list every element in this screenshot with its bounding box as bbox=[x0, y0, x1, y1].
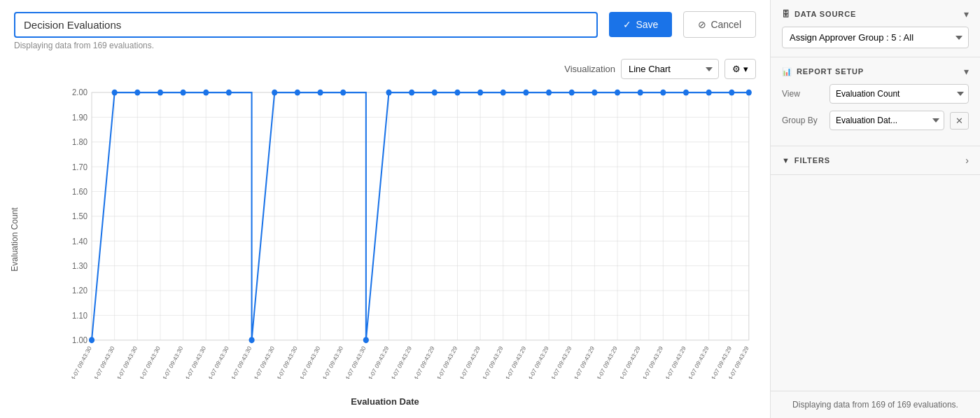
svg-point-59 bbox=[226, 90, 232, 96]
chevron-down-icon: ▾ bbox=[743, 64, 748, 74]
line-chart: 2.00 1.90 1.80 1.70 1.60 1.50 1.40 1.30 … bbox=[56, 85, 756, 379]
svg-point-57 bbox=[181, 90, 186, 96]
svg-point-80 bbox=[706, 90, 712, 96]
svg-text:1.80: 1.80 bbox=[72, 137, 88, 147]
svg-point-60 bbox=[249, 337, 255, 343]
svg-text:1.70: 1.70 bbox=[72, 162, 88, 172]
y-axis-label: Evaluation Count bbox=[10, 207, 20, 271]
group-by-select[interactable]: Evaluation Dat... bbox=[830, 111, 944, 130]
svg-point-55 bbox=[134, 90, 140, 96]
svg-point-61 bbox=[272, 90, 277, 96]
svg-point-53 bbox=[89, 337, 94, 343]
svg-point-66 bbox=[386, 90, 391, 96]
cancel-icon: ⊘ bbox=[698, 19, 706, 30]
svg-point-77 bbox=[638, 90, 643, 96]
svg-point-79 bbox=[683, 90, 689, 96]
svg-text:1.00: 1.00 bbox=[72, 335, 88, 345]
svg-point-81 bbox=[729, 90, 734, 96]
svg-point-62 bbox=[295, 90, 300, 96]
svg-point-71 bbox=[500, 90, 506, 96]
filters-arrow-icon: › bbox=[965, 155, 969, 166]
right-panel: 🗄 DATA SOURCE ▾ Assign Approver Group : … bbox=[770, 0, 980, 418]
bar-chart-icon: 📊 bbox=[782, 67, 792, 76]
filter-icon: ▼ bbox=[782, 156, 790, 165]
svg-text:1.20: 1.20 bbox=[72, 286, 88, 295]
svg-point-54 bbox=[112, 90, 118, 96]
svg-point-76 bbox=[615, 90, 620, 96]
svg-point-65 bbox=[363, 337, 369, 343]
visualization-label: Visualization bbox=[564, 64, 615, 74]
report-setup-chevron-icon: ▾ bbox=[964, 66, 969, 77]
view-select[interactable]: Evaluation Count bbox=[830, 84, 969, 104]
group-by-clear-button[interactable]: ✕ bbox=[950, 112, 969, 130]
svg-point-64 bbox=[340, 90, 346, 96]
report-setup-section: 📊 REPORT SETUP ▾ View Evaluation Count G… bbox=[771, 57, 980, 146]
svg-point-63 bbox=[317, 90, 323, 96]
svg-point-58 bbox=[203, 90, 209, 96]
database-icon: 🗄 bbox=[782, 10, 790, 18]
svg-point-82 bbox=[746, 90, 752, 96]
svg-text:1.10: 1.10 bbox=[72, 310, 88, 320]
svg-point-74 bbox=[569, 90, 575, 96]
gear-icon: ⚙ bbox=[732, 64, 741, 74]
data-source-chevron-icon: ▾ bbox=[964, 8, 969, 20]
right-panel-footer: Displaying data from 169 of 169 evaluati… bbox=[771, 391, 980, 418]
svg-point-73 bbox=[546, 90, 552, 96]
visualization-select[interactable]: Line Chart Bar Chart Pie Chart Table bbox=[621, 59, 719, 79]
view-label: View bbox=[782, 89, 824, 99]
svg-text:1.40: 1.40 bbox=[72, 236, 88, 246]
svg-text:1.60: 1.60 bbox=[72, 187, 88, 197]
svg-text:1.50: 1.50 bbox=[72, 211, 88, 221]
svg-text:1.90: 1.90 bbox=[72, 112, 88, 122]
cancel-button[interactable]: ⊘ Cancel bbox=[683, 11, 756, 38]
svg-point-70 bbox=[477, 90, 483, 96]
data-source-header[interactable]: 🗄 DATA SOURCE ▾ bbox=[782, 8, 969, 20]
svg-text:1.30: 1.30 bbox=[72, 261, 88, 271]
subtitle: Displaying data from 169 evaluations. bbox=[14, 41, 756, 50]
report-title-input[interactable] bbox=[14, 12, 598, 38]
x-axis-label: Evaluation Date bbox=[14, 396, 756, 407]
check-icon: ✓ bbox=[623, 19, 631, 30]
chart-settings-button[interactable]: ⚙ ▾ bbox=[724, 59, 756, 79]
save-button[interactable]: ✓ Save bbox=[609, 12, 672, 37]
svg-point-56 bbox=[158, 90, 163, 96]
svg-point-67 bbox=[409, 90, 414, 96]
svg-point-78 bbox=[660, 90, 666, 96]
svg-point-68 bbox=[432, 90, 438, 96]
svg-point-69 bbox=[454, 90, 460, 96]
svg-point-72 bbox=[523, 90, 528, 96]
data-source-section: 🗄 DATA SOURCE ▾ Assign Approver Group : … bbox=[771, 0, 980, 57]
svg-text:2.00: 2.00 bbox=[72, 88, 88, 97]
filters-header[interactable]: ▼ FILTERS › bbox=[782, 155, 969, 166]
svg-point-75 bbox=[592, 90, 597, 96]
svg-text:2021-04-07 09:43:30: 2021-04-07 09:43:30 bbox=[61, 344, 93, 379]
report-setup-header[interactable]: 📊 REPORT SETUP ▾ bbox=[782, 66, 969, 77]
data-source-select[interactable]: Assign Approver Group : 5 : All bbox=[782, 27, 969, 48]
group-by-label: Group By bbox=[782, 116, 824, 125]
filters-section: ▼ FILTERS › bbox=[771, 146, 980, 175]
